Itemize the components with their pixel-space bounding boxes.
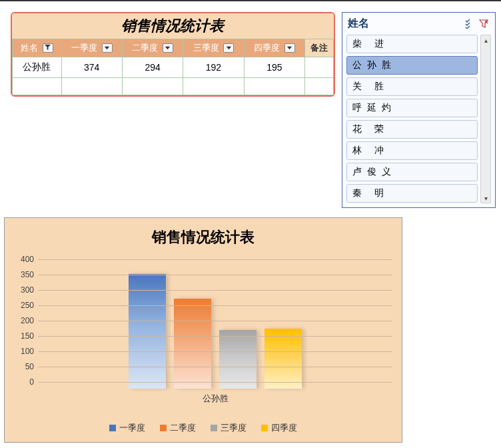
col-name[interactable]: 姓名 [13,39,62,57]
y-tick-label: 350 [21,270,34,279]
cell-q1[interactable]: 374 [61,57,122,78]
dropdown-icon[interactable] [284,43,295,53]
y-tick-label: 150 [21,331,34,341]
y-tick-label: 50 [25,362,34,371]
dropdown-icon[interactable] [223,43,234,53]
col-q3[interactable]: 三季度 [183,39,244,57]
slicer-item[interactable]: 公孙胜 [346,56,478,75]
col-q1-label: 一季度 [71,42,97,54]
table-title: 销售情况统计表 [12,13,334,39]
grid-line [38,336,392,337]
legend-item[interactable]: 三季度 [211,422,247,434]
y-tick-label: 400 [21,255,34,264]
sales-chart[interactable]: 销售情况统计表 050100150200250300350400 公孙胜 一季度… [4,217,402,443]
grid-line [38,351,392,352]
slicer-item[interactable]: 秦 明 [346,184,478,203]
grid-line [38,305,392,306]
col-remark-label: 备注 [310,42,328,54]
y-tick-label: 100 [21,347,34,356]
x-category-label: 公孙胜 [38,393,392,405]
y-axis: 050100150200250300350400 [11,259,37,389]
name-slicer[interactable]: 姓名 柴 进 公孙胜 关 胜 呼延灼 花 荣 林 冲 卢俊义 秦 明 ▴ [342,12,496,208]
grid-line [38,321,392,321]
col-q3-label: 三季度 [193,42,219,54]
dropdown-icon[interactable] [163,43,173,53]
cell-name[interactable]: 公孙胜 [13,57,62,78]
chart-title: 销售情况统计表 [5,218,402,253]
y-tick-label: 300 [21,285,34,295]
bar-group [129,274,302,389]
dropdown-icon[interactable] [102,43,113,53]
cell-q3[interactable]: 192 [183,57,244,78]
table-row[interactable] [13,78,334,95]
y-tick-label: 0 [29,377,34,387]
bar-q4 [264,329,302,389]
slicer-title: 姓名 [348,17,460,31]
col-name-label: 姓名 [21,42,38,54]
legend-item[interactable]: 四季度 [261,422,297,434]
slicer-item[interactable]: 呼延灼 [346,99,478,117]
cell-remark[interactable] [305,57,334,78]
sales-table-card: 销售情况统计表 姓名 一季度 [11,12,335,97]
slicer-item[interactable]: 卢俊义 [346,163,478,181]
grid-line [38,275,392,275]
bar-q2 [174,299,211,389]
y-tick-label: 250 [21,301,34,310]
chart-legend: 一季度 二季度 三季度 四季度 [5,422,402,434]
bar-q1 [129,274,166,389]
grid-line [38,367,392,367]
scroll-up-icon[interactable]: ▴ [481,35,490,45]
grid-line [38,382,392,383]
sales-table: 姓名 一季度 二季度 [12,39,334,95]
col-q2[interactable]: 二季度 [122,39,183,57]
cell-q2[interactable]: 294 [122,57,183,78]
bar-group-container [38,259,392,389]
scrollbar[interactable]: ▴ ▾ [480,35,491,203]
legend-item[interactable]: 一季度 [109,422,145,434]
col-remark: 备注 [305,39,334,57]
col-q2-label: 二季度 [132,42,158,54]
col-q4-label: 四季度 [254,42,280,54]
grid-line [38,290,392,291]
slicer-list: 柴 进 公孙胜 关 胜 呼延灼 花 荣 林 冲 卢俊义 秦 明 [346,35,478,203]
chart-plot: 050100150200250300350400 公孙胜 [11,259,392,389]
slicer-item[interactable]: 柴 进 [346,35,478,53]
scroll-down-icon[interactable]: ▾ [481,193,490,203]
clear-filter-icon[interactable] [478,18,490,30]
legend-item[interactable]: 二季度 [160,422,196,434]
col-q4[interactable]: 四季度 [244,39,304,57]
bar-q3 [219,330,256,389]
col-q1[interactable]: 一季度 [61,39,122,57]
y-tick-label: 200 [21,316,34,325]
cell-q4[interactable]: 195 [244,57,304,78]
slicer-item[interactable]: 关 胜 [346,77,478,96]
table-row[interactable]: 公孙胜 374 294 192 195 [13,57,334,78]
grid-line [38,259,392,260]
multiselect-icon[interactable] [463,18,475,30]
filter-icon[interactable] [43,43,53,53]
slicer-item[interactable]: 林 冲 [346,141,478,160]
slicer-item[interactable]: 花 荣 [346,120,478,139]
